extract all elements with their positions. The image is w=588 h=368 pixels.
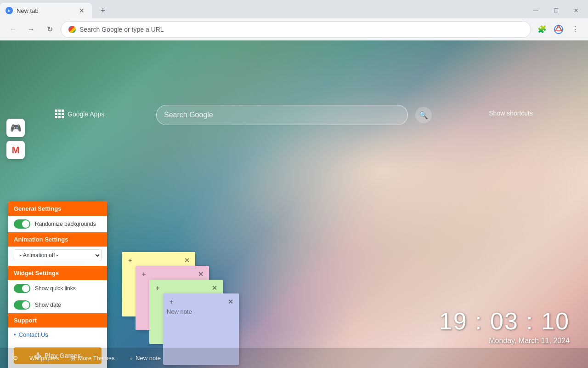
settings-icon: ⚙ — [13, 355, 18, 362]
menu-button[interactable]: ⋮ — [568, 22, 582, 37]
support-header: Support — [8, 313, 107, 328]
refresh-button[interactable]: ↻ — [42, 22, 57, 37]
show-date-label: Show date — [35, 302, 61, 308]
omnibox[interactable]: Search Google or type a URL — [61, 21, 531, 38]
note-1-add-button[interactable]: + — [125, 256, 135, 265]
close-button[interactable]: ✕ — [566, 3, 586, 18]
show-shortcuts-button[interactable]: Show shortcuts — [489, 109, 533, 117]
svg-text:N: N — [8, 9, 10, 12]
contact-us-link[interactable]: Contact Us — [14, 331, 102, 338]
show-date-toggle[interactable] — [14, 300, 30, 310]
forward-button[interactable]: → — [24, 22, 39, 37]
note-3-add-button[interactable]: + — [153, 283, 162, 293]
randomize-toggle[interactable] — [14, 219, 30, 229]
general-settings-header: General Settings — [8, 201, 107, 216]
settings-panel: General Settings Randomize backgrounds A… — [8, 201, 107, 368]
show-shortcuts-label: Show shortcuts — [489, 109, 533, 117]
toolbar-icons: 🧩 ⋮ — [535, 22, 582, 37]
tab-favicon: N — [6, 7, 13, 14]
bottom-bar: ⚙ Wallpapers ⊞ More Themes + New note — [0, 348, 588, 368]
note-2-add-button[interactable]: + — [139, 270, 148, 279]
clock-display: 19 : 03 : 10 Monday, March 11, 2024 — [439, 307, 570, 345]
google-apps-label: Google Apps — [68, 110, 104, 118]
search-label: Search Google — [164, 111, 213, 119]
note-3-close-button[interactable]: ✕ — [210, 283, 219, 293]
show-date-row: Show date — [8, 297, 107, 313]
back-button[interactable]: ← — [6, 22, 20, 37]
note-1-close-button[interactable]: ✕ — [182, 256, 192, 265]
quick-links-toggle[interactable] — [14, 284, 30, 293]
quick-links-label: Show quick links — [35, 285, 76, 292]
tab-close-button[interactable]: ✕ — [77, 6, 86, 15]
widget-settings-header: Widget Settings — [8, 266, 107, 280]
sidebar-icons: 🎮 M — [6, 119, 25, 159]
tab-bar: N New tab ✕ + — ☐ ✕ — [0, 0, 588, 18]
animation-settings-header: Animation Settings — [8, 232, 107, 247]
google-logo-icon — [68, 26, 76, 33]
randomize-backgrounds-row: Randomize backgrounds — [8, 216, 107, 232]
quick-links-row: Show quick links — [8, 280, 107, 297]
note-4-close-button[interactable]: ✕ — [226, 297, 235, 306]
new-note-plus-icon: + — [130, 355, 133, 362]
note-2-close-button[interactable]: ✕ — [196, 270, 205, 279]
new-tab-button[interactable]: + — [96, 4, 110, 17]
gmail-icon[interactable]: M — [6, 141, 25, 159]
clock-date: Monday, March 11, 2024 — [439, 337, 570, 345]
note-3-toolbar: + ✕ — [153, 283, 219, 293]
extensions-icon[interactable]: 🧩 — [535, 22, 549, 37]
settings-button[interactable]: ⚙ — [7, 352, 24, 364]
minimize-button[interactable]: — — [526, 3, 546, 18]
more-themes-label: More Themes — [78, 355, 115, 362]
note-4-add-button[interactable]: + — [167, 297, 176, 306]
more-themes-button[interactable]: ⊞ More Themes — [65, 352, 120, 364]
search-box[interactable]: Search Google — [156, 105, 408, 125]
google-apps-button[interactable]: Google Apps — [55, 109, 104, 118]
randomize-label: Randomize backgrounds — [35, 221, 96, 227]
contact-us-row: Contact Us — [8, 328, 107, 344]
active-tab[interactable]: N New tab ✕ — [0, 3, 92, 18]
clock-time: 19 : 03 : 10 — [439, 307, 570, 335]
search-icon[interactable]: 🔍 — [415, 107, 432, 123]
note-2-toolbar: + ✕ — [139, 270, 205, 279]
more-themes-icon: ⊞ — [70, 355, 75, 362]
animation-select[interactable]: - Animation off - Animation on Particles… — [14, 249, 102, 261]
search-area: Search Google 🔍 — [156, 105, 432, 125]
chrome-icon[interactable] — [551, 22, 566, 37]
browser-frame: N New tab ✕ + — ☐ ✕ ← → ↻ Search Google … — [0, 0, 588, 368]
tab-title: New tab — [17, 7, 74, 14]
new-note-label: New note — [136, 355, 161, 362]
wallpapers-button[interactable]: Wallpapers — [24, 352, 65, 364]
maximize-button[interactable]: ☐ — [546, 3, 566, 18]
note-4-content[interactable]: New note — [167, 308, 235, 336]
apps-grid-icon — [55, 109, 64, 118]
address-bar: ← → ↻ Search Google or type a URL 🧩 ⋮ — [0, 18, 588, 40]
window-controls: — ☐ ✕ — [526, 3, 588, 18]
omnibox-text: Search Google or type a URL — [79, 26, 523, 33]
new-note-button[interactable]: + New note — [124, 352, 167, 364]
note-4-toolbar: + ✕ — [167, 297, 235, 306]
note-1-toolbar: + ✕ — [125, 256, 192, 265]
wallpapers-label: Wallpapers — [29, 355, 59, 362]
game-icon[interactable]: 🎮 — [6, 119, 25, 137]
newtab-content: Google Apps Search Google 🔍 Show shortcu… — [0, 40, 588, 368]
